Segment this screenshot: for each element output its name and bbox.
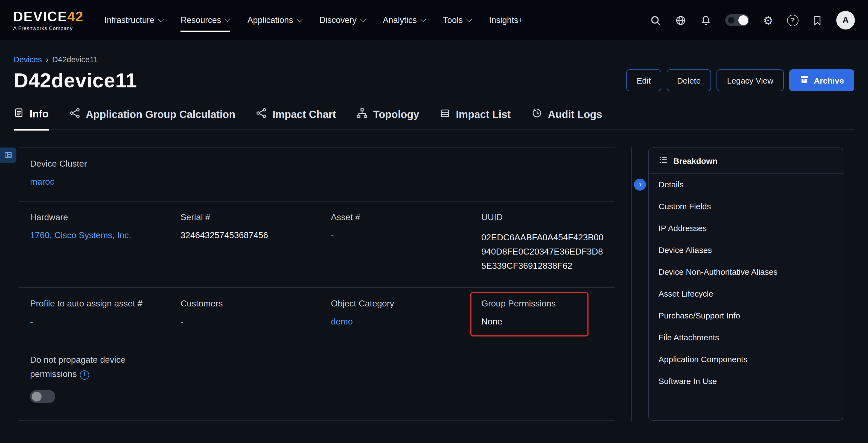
top-navigation: DEVICE42 A Freshworks Company Infrastruc… bbox=[0, 0, 868, 40]
breakdown-item-device-aliases[interactable]: Device Aliases bbox=[649, 239, 843, 261]
nav-item-applications[interactable]: Applications bbox=[247, 0, 302, 40]
nav-item-tools[interactable]: Tools bbox=[443, 0, 471, 40]
nav-item-label: Applications bbox=[247, 15, 293, 25]
page-actions: Edit Delete Legacy View Archive bbox=[626, 69, 854, 91]
hardware-link[interactable]: 1760, Cisco Systems, Inc. bbox=[30, 231, 131, 240]
device-cluster-link[interactable]: maroc bbox=[30, 177, 55, 187]
tab-label: Impact List bbox=[456, 108, 511, 121]
bookmark-icon[interactable] bbox=[812, 14, 823, 26]
delete-button[interactable]: Delete bbox=[667, 69, 711, 91]
breadcrumb: Devices › D42device11 bbox=[14, 55, 854, 64]
settings-gear-icon[interactable]: ⚙ bbox=[763, 14, 773, 26]
brand-logo[interactable]: DEVICE42 A Freshworks Company bbox=[13, 10, 84, 31]
field-value: 324643257453687456 bbox=[181, 231, 331, 240]
tab-application-group-calculation[interactable]: Application Group Calculation bbox=[69, 108, 236, 130]
tab-label: Audit Logs bbox=[548, 108, 602, 121]
field-label: Object Category bbox=[331, 299, 481, 309]
notifications-bell-icon[interactable] bbox=[700, 14, 712, 26]
nav-item-infrastructure[interactable]: Infrastructure bbox=[104, 0, 163, 40]
field-label: Hardware bbox=[30, 212, 181, 222]
breakdown-item-application-components[interactable]: Application Components bbox=[649, 348, 843, 370]
breadcrumb-separator: › bbox=[46, 55, 49, 64]
chevron-down-icon bbox=[420, 16, 427, 23]
tab-impact-chart[interactable]: Impact Chart bbox=[256, 108, 336, 130]
edit-button[interactable]: Edit bbox=[626, 69, 661, 91]
detail-tabs: Info Application Group Calculation Impac… bbox=[14, 108, 854, 130]
tab-impact-list[interactable]: Impact List bbox=[440, 108, 511, 130]
grid-icon bbox=[4, 151, 12, 160]
nav-item-label: Insights+ bbox=[489, 15, 523, 25]
brand-name-accent: 42 bbox=[67, 9, 84, 24]
main-menu: Infrastructure Resources Applications Di… bbox=[104, 0, 523, 40]
tab-label: Impact Chart bbox=[272, 108, 336, 121]
scrollbar[interactable] bbox=[631, 147, 632, 420]
field-label: UUID bbox=[481, 212, 604, 222]
breadcrumb-devices-link[interactable]: Devices bbox=[14, 55, 42, 64]
tab-info[interactable]: Info bbox=[14, 108, 49, 131]
brand-name: DEVICE42 bbox=[13, 10, 84, 24]
chevron-down-icon bbox=[360, 16, 367, 23]
tab-topology[interactable]: Topology bbox=[357, 108, 419, 130]
propagate-label-text: Do not propagate device permissions bbox=[30, 355, 126, 379]
field-asset: Asset # - bbox=[331, 212, 481, 273]
nav-item-label: Tools bbox=[443, 15, 463, 25]
collapse-panel-button[interactable]: › bbox=[633, 177, 647, 192]
breakdown-item-non-authoritative-aliases[interactable]: Device Non-Authoritative Aliases bbox=[649, 261, 843, 283]
field-profile-auto-assign: Profile to auto assign asset # - bbox=[30, 299, 181, 337]
field-serial: Serial # 324643257453687456 bbox=[181, 212, 331, 273]
toggle-knob bbox=[32, 391, 41, 402]
breakdown-header: Breakdown bbox=[649, 148, 843, 174]
chevron-down-icon bbox=[158, 16, 164, 23]
field-value: - bbox=[331, 231, 481, 240]
propagate-toggle[interactable] bbox=[30, 390, 55, 403]
legacy-view-button[interactable]: Legacy View bbox=[716, 69, 784, 91]
field-value: 02EDC6AABFA0A454F423B00940D8FE0C20347E36… bbox=[481, 231, 604, 273]
dark-mode-toggle[interactable] bbox=[725, 14, 749, 26]
field-device-cluster: Device Cluster maroc bbox=[30, 159, 604, 187]
device-cluster-section: Device Cluster maroc bbox=[19, 148, 615, 201]
list-table-icon bbox=[440, 108, 451, 121]
list-tree-icon bbox=[658, 155, 668, 166]
breadcrumb-current: D42device11 bbox=[52, 55, 98, 64]
chevron-down-icon bbox=[466, 16, 472, 23]
page-header: D42device11 Edit Delete Legacy View Arch… bbox=[14, 69, 854, 92]
page-title: D42device11 bbox=[14, 69, 137, 92]
chevron-down-icon bbox=[224, 16, 231, 23]
field-value: None bbox=[481, 317, 578, 327]
breakdown-panel: Breakdown Details Custom Fields IP Addre… bbox=[648, 147, 843, 420]
breakdown-item-custom-fields[interactable]: Custom Fields bbox=[649, 196, 843, 217]
tab-audit-logs[interactable]: Audit Logs bbox=[532, 108, 602, 130]
nav-item-label: Resources bbox=[181, 15, 221, 25]
field-label: Device Cluster bbox=[30, 159, 604, 169]
breakdown-item-software-in-use[interactable]: Software In Use bbox=[649, 370, 843, 392]
hardware-section: Hardware 1760, Cisco Systems, Inc. Seria… bbox=[19, 201, 615, 287]
nav-item-insights[interactable]: Insights+ bbox=[489, 0, 523, 40]
propagate-permissions-block: Do not propagate device permissionsi bbox=[19, 339, 615, 419]
info-icon[interactable]: i bbox=[80, 370, 89, 379]
nav-item-label: Infrastructure bbox=[104, 15, 155, 25]
side-panel-chip[interactable] bbox=[0, 147, 17, 163]
breakdown-item-purchase-support-info[interactable]: Purchase/Support Info bbox=[649, 305, 843, 327]
user-avatar[interactable]: A bbox=[836, 11, 855, 30]
search-icon[interactable] bbox=[650, 14, 661, 26]
toggle-knob bbox=[738, 15, 748, 25]
impact-network-icon bbox=[256, 108, 267, 121]
breakdown-title: Breakdown bbox=[673, 156, 718, 165]
archive-button[interactable]: Archive bbox=[789, 69, 854, 91]
globe-icon[interactable] bbox=[675, 14, 686, 26]
info-document-icon bbox=[14, 108, 24, 121]
nav-item-analytics[interactable]: Analytics bbox=[383, 0, 426, 40]
nav-item-resources[interactable]: Resources bbox=[181, 0, 230, 40]
breakdown-item-asset-lifecycle[interactable]: Asset Lifecycle bbox=[649, 283, 843, 305]
object-category-link[interactable]: demo bbox=[331, 317, 353, 327]
tab-label: Application Group Calculation bbox=[86, 108, 236, 121]
field-label: Asset # bbox=[331, 212, 481, 222]
field-label: Profile to auto assign asset # bbox=[30, 299, 181, 309]
gear-glyph: ⚙ bbox=[763, 14, 773, 26]
breakdown-item-file-attachments[interactable]: File Attachments bbox=[649, 327, 843, 348]
field-customers: Customers - bbox=[181, 299, 331, 337]
help-icon[interactable]: ? bbox=[787, 14, 799, 26]
breakdown-item-ip-addresses[interactable]: IP Addresses bbox=[649, 217, 843, 239]
nav-item-discovery[interactable]: Discovery bbox=[319, 0, 365, 40]
breakdown-item-details[interactable]: Details bbox=[649, 174, 843, 196]
